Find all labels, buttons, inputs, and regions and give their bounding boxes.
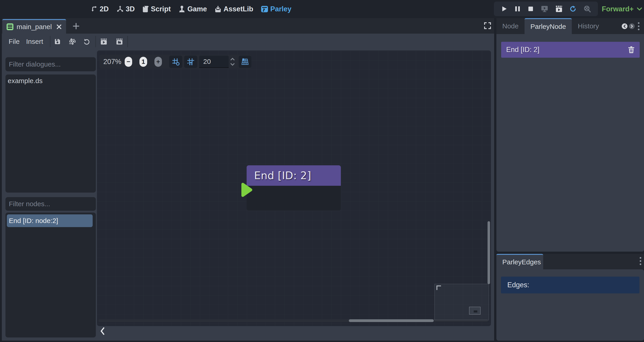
tab-scroll-right-button[interactable]	[629, 24, 635, 29]
tab-2d-label: 2D	[100, 5, 109, 13]
tab-3d-label: 3D	[126, 5, 135, 13]
edges-menu-dots-icon[interactable]	[640, 257, 641, 265]
workspace-tabs: 2D 3D Script Game AssetLib Parley	[90, 0, 291, 18]
tab-node[interactable]: Node	[496, 18, 524, 34]
input-port-triangle[interactable]	[240, 181, 254, 198]
dialogues-filter	[6, 57, 96, 71]
save-icon[interactable]	[54, 38, 61, 45]
3d-icon	[116, 6, 124, 13]
tab-3d[interactable]: 3D	[116, 5, 135, 13]
expand-icon[interactable]	[484, 22, 492, 30]
zoom-level: 207%	[103, 58, 125, 66]
parley-icon	[261, 6, 268, 13]
reload-button[interactable]	[569, 5, 576, 12]
insert-menu[interactable]: Insert	[26, 38, 43, 46]
chevron-up-icon	[230, 58, 235, 61]
zoom-in-button[interactable]: +	[154, 57, 162, 67]
remote-debug-button[interactable]	[541, 5, 548, 12]
snap-amount-field	[199, 56, 229, 68]
nodes-filter	[6, 197, 96, 211]
renderer-dropdown[interactable]: Forward+	[602, 0, 642, 18]
nodes-list: End [ID: node:2]	[6, 212, 96, 338]
movie-maker-button[interactable]	[555, 5, 562, 12]
trash-icon[interactable]	[628, 46, 635, 53]
graph-canvas[interactable]: 207% − 1 + End [ID: 2]	[97, 50, 491, 326]
inspector-tab-strip: Node ParleyNode History	[496, 18, 644, 34]
inspector-node-bar-label: End [ID: 2]	[506, 46, 539, 54]
tab-scroll-left-button[interactable]	[622, 24, 628, 29]
graph-node-end[interactable]: End [ID: 2]	[246, 165, 341, 210]
list-item[interactable]: example.ds	[6, 74, 96, 85]
scene-tab-strip: main_panel	[2, 18, 494, 34]
snap-grid-toggle[interactable]	[169, 56, 182, 68]
nodes-filter-input[interactable]	[6, 200, 96, 208]
chevron-down-icon	[230, 63, 235, 66]
script-icon	[142, 6, 149, 13]
tab-parleyedges[interactable]: ParleyEdges	[496, 254, 543, 269]
panel-icon	[6, 23, 14, 30]
graph-node-body	[246, 186, 341, 210]
movie-play-icon[interactable]	[100, 38, 107, 45]
minimap-toggle[interactable]	[239, 56, 252, 68]
profiler-button[interactable]	[583, 5, 591, 12]
editor-toolbar: File Insert	[2, 34, 494, 50]
run-controls	[494, 2, 598, 16]
zoom-out-button[interactable]: −	[125, 57, 132, 67]
graph-toolbar: 207% − 1 +	[99, 55, 252, 69]
add-tab-button[interactable]	[71, 21, 81, 31]
renderer-label: Forward+	[602, 5, 634, 13]
tab-assetlib-label: AssetLib	[224, 5, 253, 13]
snap-spinner[interactable]	[230, 58, 235, 66]
game-icon	[178, 6, 185, 13]
file-menu[interactable]: File	[9, 38, 20, 46]
close-icon[interactable]	[56, 24, 62, 30]
snap-amount-input[interactable]	[199, 58, 222, 66]
minimap[interactable]	[434, 284, 489, 320]
scene-tab-main-panel[interactable]: main_panel	[2, 19, 66, 34]
tab-game[interactable]: Game	[178, 5, 207, 13]
top-bar: 2D 3D Script Game AssetLib Parley	[0, 0, 644, 18]
movie-folder-icon[interactable]	[116, 38, 123, 45]
horizontal-scrollbar[interactable]	[349, 319, 434, 322]
minimap-node	[474, 310, 477, 312]
graph-node-title[interactable]: End [ID: 2]	[246, 165, 341, 186]
reorder-icon[interactable]	[68, 38, 76, 45]
list-item-selected[interactable]: End [ID: node:2]	[7, 214, 93, 227]
zoom-reset-button[interactable]: 1	[140, 57, 147, 67]
snap-magnet-toggle[interactable]	[184, 56, 197, 68]
dock-menu-dots-icon[interactable]	[638, 22, 640, 30]
pause-button[interactable]	[514, 6, 521, 12]
tab-2d[interactable]: 2D	[90, 5, 109, 13]
dialogues-filter-input[interactable]	[6, 60, 96, 68]
tab-script[interactable]: Script	[142, 5, 171, 13]
inspector-node-bar[interactable]: End [ID: 2]	[501, 42, 640, 58]
vertical-scrollbar[interactable]	[488, 221, 490, 284]
minimap-viewport[interactable]	[469, 307, 480, 314]
tab-assetlib[interactable]: AssetLib	[214, 5, 253, 13]
tab-game-label: Game	[187, 5, 207, 13]
chevron-down-icon	[637, 7, 642, 11]
edges-tab-strip: ParleyEdges	[496, 254, 644, 269]
collapse-sidebar-button[interactable]	[100, 326, 105, 336]
main-panel-area: File Insert example.ds End [ID: node:2] …	[2, 34, 494, 341]
play-button[interactable]	[501, 6, 508, 12]
stop-button[interactable]	[528, 6, 534, 12]
minimap-camera-corner	[436, 286, 441, 290]
inspector-body: End [ID: 2]	[496, 34, 644, 252]
tab-script-label: Script	[151, 5, 171, 13]
undo-icon[interactable]	[84, 38, 90, 45]
assetlib-icon	[214, 6, 222, 13]
tab-parleynode[interactable]: ParleyNode	[524, 18, 572, 34]
edges-body: Edges:	[496, 269, 644, 341]
tab-history[interactable]: History	[572, 18, 605, 34]
dialogues-list: example.ds	[6, 74, 96, 192]
2d-icon	[90, 6, 98, 13]
scene-tab-label: main_panel	[16, 23, 53, 31]
edges-bar: Edges:	[501, 276, 640, 294]
tab-parley-label: Parley	[270, 5, 291, 13]
tab-parley[interactable]: Parley	[261, 5, 291, 13]
